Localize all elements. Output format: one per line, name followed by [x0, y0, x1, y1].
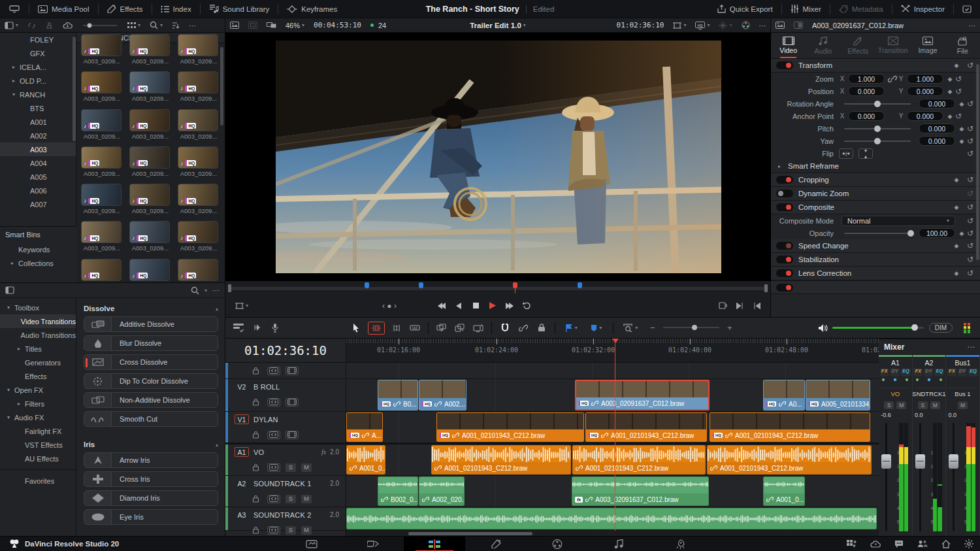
inspector-options[interactable]: ⋯	[964, 22, 980, 29]
flip-horizontal-button[interactable]: ▸|◂	[839, 148, 853, 159]
reset-icon[interactable]: ↺	[966, 255, 975, 264]
smart-bin-item-keywords[interactable]: Keywords	[0, 242, 76, 256]
zoom-out-button[interactable]: −	[644, 320, 662, 337]
razor-edit-button[interactable]	[406, 320, 424, 337]
timeline-marker[interactable]	[578, 282, 582, 288]
effect-item-arrow-iris[interactable]: Arrow Iris	[84, 452, 218, 468]
position-lock-button[interactable]	[532, 320, 551, 337]
transform-tool-select[interactable]: ▾	[714, 22, 736, 29]
media-clip[interactable]: ♪HQ A003_0209...	[81, 71, 123, 103]
reset-icon[interactable]: ↺	[954, 87, 963, 96]
meters-mini-icon[interactable]	[958, 320, 976, 337]
viewer-scrubber[interactable]	[228, 282, 768, 293]
timeline-clip-a001_02101943_c212braw[interactable]: A001_02101943_C212.braw	[572, 445, 706, 475]
flip-vertical-button[interactable]: ▾▴	[858, 148, 873, 159]
link-clips-button[interactable]	[514, 320, 532, 337]
media-clip[interactable]: ♪HQ A003_0209...	[178, 109, 220, 141]
track-header-a1[interactable]: A1 VO fx2.0 SM	[225, 444, 346, 475]
bin-item-bts[interactable]: BTS	[0, 101, 76, 115]
x-value-field[interactable]: 1.000	[848, 74, 885, 84]
reset-icon[interactable]: ↺	[966, 61, 975, 70]
effects-options[interactable]: ⋯	[212, 286, 220, 295]
strip-id[interactable]: A2	[924, 357, 933, 368]
bin-item-a003[interactable]: A003	[0, 142, 76, 156]
timeline-clip-a002[interactable]: HQ A002...	[419, 380, 466, 410]
project-manager-icon[interactable]	[847, 539, 857, 548]
effects-category-audio-transitions[interactable]: Audio Transitions	[0, 328, 76, 342]
effects-category-filters[interactable]: ▸Filters	[0, 397, 76, 410]
reset-icon[interactable]: ↺	[966, 149, 975, 158]
reset-icon[interactable]: ↺	[966, 269, 975, 278]
snapping-button[interactable]	[496, 320, 514, 337]
film-frame-icon[interactable]	[286, 398, 299, 407]
timeline-clip-a003_02091637_c012braw[interactable]: HQ A003_02091637_C012.braw	[575, 380, 710, 410]
section-smart-reframe[interactable]: ▸Smart Reframe	[771, 159, 980, 173]
page-button-media[interactable]	[281, 537, 342, 551]
timeline-clip-a005_02101334_[interactable]: HQ A005_02101334_...	[806, 380, 870, 410]
media-clip[interactable]: ♪HQ A003_0209...	[129, 184, 171, 216]
dy-badge[interactable]: DY	[924, 368, 933, 376]
reset-icon[interactable]: ↺	[966, 216, 975, 225]
gang-viewers-icon[interactable]	[225, 22, 244, 29]
topbar-button-mixer[interactable]: Mixer	[782, 0, 830, 18]
media-pool-options[interactable]: ⋯	[184, 22, 201, 29]
effects-category-favorites[interactable]: Favorites	[0, 474, 76, 488]
match-frame-button[interactable]	[714, 298, 731, 314]
fader-handle[interactable]	[949, 454, 958, 469]
section-enable-toggle[interactable]	[776, 269, 793, 277]
smart-bin-item-collections[interactable]: ▸Collections	[0, 256, 76, 270]
chevron-right-icon[interactable]: ▸	[10, 64, 17, 70]
section-enable-toggle[interactable]	[776, 176, 793, 184]
reset-icon[interactable]: ↺	[966, 124, 975, 133]
clip-thumbnail[interactable]: ♪HQ	[81, 259, 122, 281]
bin-item-icela[interactable]: ▸ICELA...	[0, 60, 76, 74]
cloud-icon[interactable]	[58, 22, 77, 29]
clip-thumbnail[interactable]: ♪HQ	[178, 71, 218, 93]
param-slider[interactable]	[844, 233, 911, 234]
track-name[interactable]: SOUNDTRACK 1	[253, 480, 312, 488]
timeline-clip-a001_02101943_c212braw[interactable]: A001_02101943_C212.braw	[431, 445, 571, 475]
effects-category-au-effects[interactable]: AU Effects	[0, 452, 76, 465]
track-lane-a3[interactable]	[346, 507, 879, 530]
thumbnail-size-slider[interactable]	[77, 23, 123, 28]
track-header-v3[interactable]	[225, 363, 346, 378]
value-field[interactable]: 0.000	[919, 99, 955, 109]
solo-button[interactable]: S	[884, 401, 894, 409]
clip-thumbnail[interactable]: ♪HQ	[81, 71, 122, 93]
media-clip[interactable]: ♪HQ A003_0209...	[81, 34, 123, 66]
media-clip[interactable]: ♪HQ	[129, 259, 171, 282]
collapse-icon[interactable]: ▴	[216, 306, 218, 312]
track-name[interactable]: SOUNDTRACK 2	[253, 511, 312, 519]
track-id[interactable]: A3	[235, 510, 249, 520]
page-button-color[interactable]	[527, 537, 588, 551]
page-button-deliver[interactable]	[649, 537, 711, 551]
keyframe-icon[interactable]: ◆	[958, 101, 966, 107]
media-clip[interactable]: ♪HQ A003_0209...	[81, 109, 123, 141]
mute-button[interactable]: M	[301, 495, 312, 503]
inspector-tab-video[interactable]: Video	[771, 33, 806, 58]
topbar-button-inspector[interactable]: Inspector	[892, 0, 953, 18]
trim-edit-mode-button[interactable]	[368, 322, 385, 335]
clip-thumbnail[interactable]: ♪HQ	[178, 184, 218, 206]
bin-item-a004[interactable]: A004	[0, 156, 76, 170]
clip-thumbnail[interactable]: ♪HQ	[81, 34, 122, 56]
page-button-fusion[interactable]	[465, 537, 527, 551]
link-xy-icon[interactable]	[887, 75, 898, 83]
keyframe-icon[interactable]: ◆	[958, 230, 966, 237]
chevron-right-icon[interactable]: ▸	[776, 163, 783, 169]
strip-label[interactable]: SNDTRCK1	[912, 388, 945, 399]
y-value-field[interactable]: 1.000	[907, 74, 943, 84]
collapse-icon[interactable]: ▴	[216, 442, 218, 448]
media-clip[interactable]: ♪HQ A003_0209...	[178, 34, 220, 66]
stacked-timelines-icon[interactable]	[248, 320, 266, 337]
topbar-button-quick-export[interactable]: Quick Export	[709, 0, 781, 18]
mute-button[interactable]: M	[896, 401, 906, 409]
topbar-button-effects[interactable]: Effects	[99, 0, 152, 18]
reset-icon[interactable]: ↺	[954, 75, 963, 84]
topbar-button-metadata[interactable]: Metadata	[830, 0, 892, 18]
timeline-clip-a[interactable]: HQ A...	[346, 412, 383, 442]
safe-area-icon[interactable]	[244, 22, 262, 29]
page-button-cut[interactable]	[342, 537, 404, 551]
bin-item-oldp[interactable]: ▸OLD P...	[0, 74, 76, 88]
monitor-volume-slider[interactable]	[832, 327, 924, 329]
